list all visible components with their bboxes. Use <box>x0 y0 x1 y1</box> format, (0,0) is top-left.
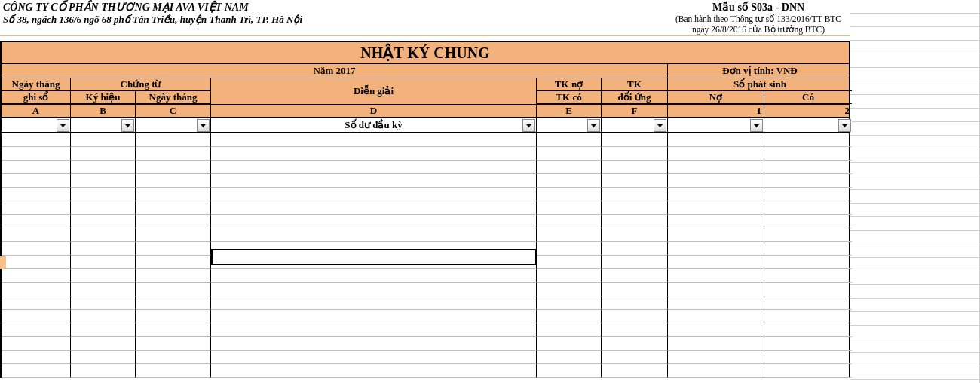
filter-cell-1[interactable] <box>668 118 764 132</box>
data-cell[interactable] <box>2 269 71 283</box>
data-cell[interactable] <box>136 337 211 351</box>
data-cell[interactable] <box>211 228 537 242</box>
data-cell[interactable] <box>668 174 764 188</box>
data-cell[interactable] <box>602 351 668 364</box>
data-rows[interactable] <box>0 133 850 378</box>
data-cell[interactable] <box>136 364 211 378</box>
data-cell[interactable] <box>764 174 852 188</box>
gutter-cell[interactable] <box>850 136 980 149</box>
data-cell[interactable] <box>537 283 602 296</box>
filter-dropdown-icon[interactable] <box>121 119 134 132</box>
data-cell[interactable] <box>537 133 602 147</box>
data-cell[interactable] <box>2 147 71 161</box>
data-cell[interactable] <box>764 364 852 378</box>
data-cell[interactable] <box>71 310 136 323</box>
filter-dropdown-icon[interactable] <box>522 119 535 132</box>
data-cell[interactable] <box>136 228 211 242</box>
data-cell[interactable] <box>71 337 136 351</box>
data-cell[interactable] <box>71 283 136 296</box>
filter-dropdown-icon[interactable] <box>587 119 600 132</box>
gutter-cell[interactable] <box>850 0 980 14</box>
data-cell[interactable] <box>136 161 211 174</box>
data-cell[interactable] <box>668 283 764 296</box>
data-cell[interactable] <box>136 269 211 283</box>
gutter-cell[interactable] <box>850 285 980 299</box>
filter-dropdown-icon[interactable] <box>838 119 851 132</box>
data-cell[interactable] <box>136 310 211 323</box>
data-cell[interactable] <box>537 201 602 215</box>
data-cell[interactable] <box>537 215 602 228</box>
data-cell[interactable] <box>764 351 852 364</box>
gutter-cell[interactable] <box>850 109 980 122</box>
data-cell[interactable] <box>668 351 764 364</box>
data-cell[interactable] <box>136 283 211 296</box>
data-cell[interactable] <box>71 161 136 174</box>
data-cell[interactable] <box>602 364 668 378</box>
data-cell[interactable] <box>211 133 537 147</box>
data-cell[interactable] <box>211 161 537 174</box>
data-cell[interactable] <box>71 174 136 188</box>
gutter-cell[interactable] <box>850 244 980 258</box>
data-cell[interactable] <box>602 256 668 269</box>
data-cell[interactable] <box>602 161 668 174</box>
gutter-cell[interactable] <box>850 163 980 176</box>
data-cell[interactable] <box>211 242 537 256</box>
data-cell[interactable] <box>764 337 852 351</box>
data-cell[interactable] <box>537 364 602 378</box>
data-cell[interactable] <box>764 188 852 201</box>
data-cell[interactable] <box>764 215 852 228</box>
data-cell[interactable] <box>668 256 764 269</box>
data-cell[interactable] <box>602 147 668 161</box>
gutter-cell[interactable] <box>850 258 980 271</box>
data-cell[interactable] <box>668 323 764 337</box>
data-cell[interactable] <box>602 201 668 215</box>
data-cell[interactable] <box>2 337 71 351</box>
data-cell[interactable] <box>668 147 764 161</box>
data-cell[interactable] <box>136 147 211 161</box>
gutter-cell[interactable] <box>850 299 980 312</box>
data-cell[interactable] <box>2 283 71 296</box>
data-cell[interactable] <box>71 296 136 310</box>
data-cell[interactable] <box>211 283 537 296</box>
data-cell[interactable] <box>602 215 668 228</box>
gutter-cell[interactable] <box>850 81 980 95</box>
data-cell[interactable] <box>668 242 764 256</box>
data-cell[interactable] <box>71 188 136 201</box>
data-cell[interactable] <box>211 201 537 215</box>
data-cell[interactable] <box>668 228 764 242</box>
data-cell[interactable] <box>668 364 764 378</box>
data-cell[interactable] <box>764 323 852 337</box>
data-cell[interactable] <box>211 323 537 337</box>
data-cell[interactable] <box>537 269 602 283</box>
gutter-cell[interactable] <box>850 353 980 366</box>
data-cell[interactable] <box>2 201 71 215</box>
data-cell[interactable] <box>71 215 136 228</box>
data-cell[interactable] <box>668 188 764 201</box>
gutter-cell[interactable] <box>850 339 980 353</box>
data-cell[interactable] <box>136 351 211 364</box>
data-cell[interactable] <box>668 133 764 147</box>
gutter-cell[interactable] <box>850 326 980 339</box>
data-cell[interactable] <box>71 323 136 337</box>
data-cell[interactable] <box>2 323 71 337</box>
data-cell[interactable] <box>136 256 211 269</box>
data-cell[interactable] <box>71 351 136 364</box>
data-cell[interactable] <box>537 174 602 188</box>
filter-cell-f[interactable] <box>602 118 668 132</box>
data-cell[interactable] <box>764 228 852 242</box>
data-cell[interactable] <box>71 242 136 256</box>
data-cell[interactable] <box>668 161 764 174</box>
filter-cell-e[interactable] <box>537 118 602 132</box>
filter-dropdown-icon[interactable] <box>654 119 666 132</box>
data-cell[interactable] <box>764 310 852 323</box>
data-cell[interactable] <box>2 133 71 147</box>
data-cell[interactable] <box>764 161 852 174</box>
filter-dropdown-icon[interactable] <box>197 119 210 132</box>
data-cell[interactable] <box>602 133 668 147</box>
data-cell[interactable] <box>602 283 668 296</box>
gutter-cell[interactable] <box>850 54 980 68</box>
data-cell[interactable] <box>71 201 136 215</box>
data-cell[interactable] <box>2 364 71 378</box>
data-cell[interactable] <box>602 174 668 188</box>
data-cell[interactable] <box>537 228 602 242</box>
